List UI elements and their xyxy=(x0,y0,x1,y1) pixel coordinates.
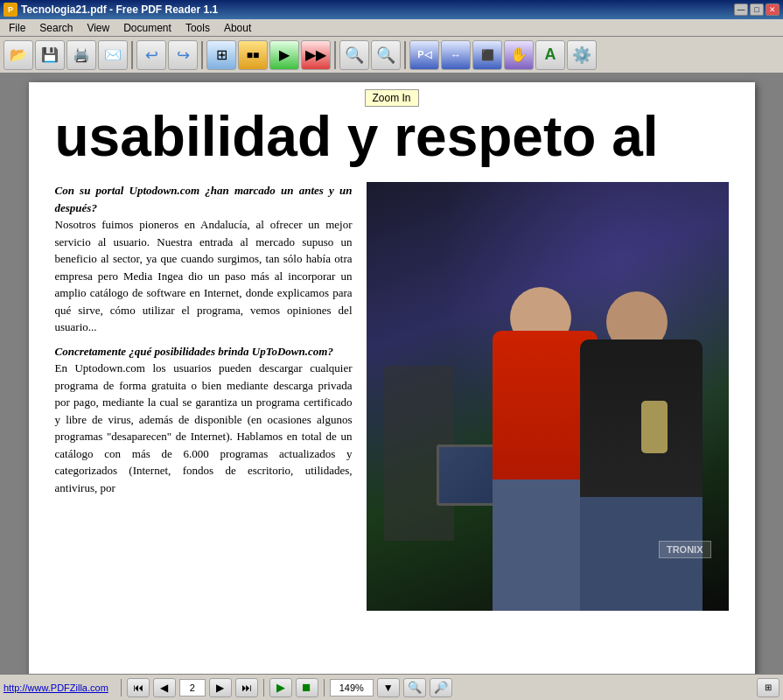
maximize-button[interactable]: □ xyxy=(750,4,764,16)
status-sep3 xyxy=(324,679,325,696)
forward-button[interactable]: ↪ xyxy=(168,40,198,70)
play-button[interactable]: ▶ xyxy=(269,678,292,697)
article-text: Con su portal Uptodown.com ¿han marcado … xyxy=(55,182,353,496)
left-column: Con su portal Uptodown.com ¿han marcado … xyxy=(55,182,353,611)
status-sep2 xyxy=(263,679,264,696)
article-photo: TRONIX xyxy=(367,182,729,611)
zoom-icon-button[interactable]: 🔍 xyxy=(403,678,426,697)
content-area: Con su portal Uptodown.com ¿han marcado … xyxy=(55,182,729,611)
status-sep1 xyxy=(121,679,122,696)
stop-button[interactable]: ⏹ xyxy=(296,678,318,697)
zoom-decrease-button[interactable]: ▼ xyxy=(377,678,400,697)
select-text-button[interactable]: A xyxy=(535,40,565,70)
paragraph1-body: Nosotros fuimos pioneros en Andalucía, a… xyxy=(55,218,353,333)
page-number-input[interactable] xyxy=(179,679,206,696)
view3-button[interactable]: ▶ xyxy=(269,40,299,70)
prev-page-button[interactable]: ◀ xyxy=(153,678,176,697)
menu-bar: File Search View Document Tools About xyxy=(0,19,783,37)
menu-about[interactable]: About xyxy=(217,20,258,36)
zoom-in-button[interactable]: 🔍 xyxy=(371,40,401,70)
view1-button[interactable]: ⊞ xyxy=(206,40,236,70)
pan-button[interactable]: ✋ xyxy=(504,40,534,70)
minimize-button[interactable]: — xyxy=(734,4,748,16)
select-button[interactable]: ⬛ xyxy=(472,40,502,70)
save-button[interactable]: 💾 xyxy=(35,40,65,70)
fit-width-button[interactable]: ↔ xyxy=(441,40,471,70)
close-button[interactable]: ✕ xyxy=(766,4,780,16)
photo-background: TRONIX xyxy=(367,182,729,611)
toolbar: 📂 💾 🖨️ ✉️ ↩ ↪ ⊞ ■■ ▶ ▶▶ 🔍 🔍 P◁ ↔ ⬛ ✋ A ⚙… xyxy=(0,37,783,74)
email-button[interactable]: ✉️ xyxy=(98,40,128,70)
separator1 xyxy=(131,41,133,69)
first-page-button[interactable]: ⏮ xyxy=(127,678,150,697)
view4-button[interactable]: ▶▶ xyxy=(301,40,331,70)
window-title: Tecnologia21.pdf - Free PDF Reader 1.1 xyxy=(21,4,218,16)
zoom-in-tooltip: Zoom In xyxy=(364,89,418,107)
back-button[interactable]: ↩ xyxy=(136,40,166,70)
separator3 xyxy=(334,41,336,69)
app-icon: P xyxy=(3,3,17,17)
paragraph2-italic: Concretamente ¿qué posibilidades brinda … xyxy=(55,345,333,358)
next-page-button[interactable]: ▶ xyxy=(209,678,232,697)
menu-file[interactable]: File xyxy=(2,20,32,36)
separator4 xyxy=(404,41,406,69)
sponsor-logo: TRONIX xyxy=(659,541,711,558)
print-button[interactable]: 🖨️ xyxy=(66,40,96,70)
settings-button[interactable]: ⚙️ xyxy=(567,40,597,70)
last-page-button[interactable]: ⏭ xyxy=(235,678,258,697)
paragraph1-italic: Con su portal Uptodown.com ¿han marcado … xyxy=(55,184,353,214)
grid-view-button[interactable]: ⊞ xyxy=(757,678,780,697)
pdfzilla-link[interactable]: http://www.PDFZilla.com xyxy=(3,682,108,693)
paragraph2-body: En Uptodown.com los usuarios pueden desc… xyxy=(55,361,353,494)
headline: usabilidad y respeto al xyxy=(55,108,729,164)
right-column: TRONIX xyxy=(367,182,729,611)
fit-page-button[interactable]: P◁ xyxy=(409,40,439,70)
zoom-level-input[interactable] xyxy=(330,679,374,696)
open-button[interactable]: 📂 xyxy=(3,40,33,70)
menu-tools[interactable]: Tools xyxy=(178,20,217,36)
pdf-page: Zoom In usabilidad y respeto al Con su p… xyxy=(29,82,755,674)
menu-view[interactable]: View xyxy=(80,20,116,36)
award-trophy xyxy=(641,401,668,453)
status-bar: http://www.PDFZilla.com ⏮ ◀ ▶ ⏭ ▶ ⏹ ▼ 🔍 … xyxy=(0,674,783,700)
view2-button[interactable]: ■■ xyxy=(238,40,268,70)
zoom-out-button[interactable]: 🔍 xyxy=(339,40,369,70)
main-content-area[interactable]: Zoom In usabilidad y respeto al Con su p… xyxy=(0,74,783,674)
menu-document[interactable]: Document xyxy=(116,20,178,36)
menu-search[interactable]: Search xyxy=(32,20,80,36)
title-bar: P Tecnologia21.pdf - Free PDF Reader 1.1… xyxy=(0,0,783,19)
separator2 xyxy=(201,41,203,69)
zoom-fit-button[interactable]: 🔎 xyxy=(430,678,452,697)
window-controls: — □ ✕ xyxy=(734,4,780,16)
